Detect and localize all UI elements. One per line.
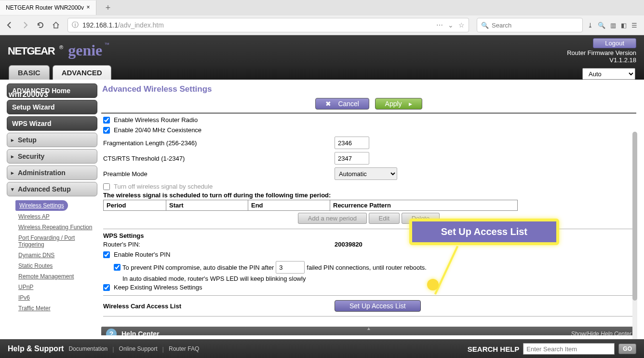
- callout-highlight: Set Up Access List: [409, 219, 559, 245]
- sidebar-item-setup-wizard[interactable]: Setup Wizard: [7, 100, 97, 114]
- enable-coex-checkbox[interactable]: [103, 127, 110, 134]
- close-icon: ✖: [325, 100, 331, 108]
- router-pin-label: Router's PIN:: [103, 241, 335, 248]
- cts-label: CTS/RTS Threshold (1-2347): [103, 155, 335, 162]
- cts-input[interactable]: [335, 152, 369, 165]
- genie-logo: genie: [68, 41, 102, 59]
- turn-off-sched-label: Turn off wireless signal by schedule: [114, 183, 213, 190]
- scrollbar-thumb[interactable]: [632, 132, 637, 301]
- sub-ddns[interactable]: Dynamic DNS: [15, 250, 97, 260]
- tab-advanced[interactable]: ADVANCED: [53, 65, 111, 80]
- sidebar-group-advanced-setup[interactable]: Advanced Setup: [7, 182, 97, 196]
- browser-tab[interactable]: NETGEAR Router WNR2000v ×: [0, 0, 96, 15]
- url-text: 192.168.1.1/adv_index.htm: [82, 21, 436, 29]
- turn-off-sched-checkbox[interactable]: [103, 183, 110, 190]
- sidebar-group-administration[interactable]: Administration: [7, 165, 97, 180]
- reload-button[interactable]: [34, 18, 47, 32]
- callout-label: Set Up Access List: [441, 226, 527, 237]
- enable-radio-label: Enable Wireless Router Radio: [114, 116, 198, 124]
- preamble-select[interactable]: Automatic: [335, 167, 397, 180]
- footer-online[interactable]: Online Support: [119, 345, 158, 352]
- enable-coex-label: Enable 20/40 MHz Coexistence: [114, 126, 201, 134]
- sub-wireless-ap[interactable]: Wireless AP: [15, 212, 97, 221]
- search-toolbar-icon[interactable]: 🔍: [598, 22, 605, 29]
- search-help-input[interactable]: [523, 343, 615, 355]
- scrollbar[interactable]: [632, 132, 637, 349]
- sub-port-forwarding[interactable]: Port Forwarding / Port Triggering: [15, 233, 97, 249]
- help-icon[interactable]: ?: [106, 329, 117, 335]
- firmware-version: V1.1.2.18: [567, 56, 636, 64]
- th-start: Start: [166, 200, 248, 211]
- frag-input[interactable]: [335, 137, 369, 149]
- play-icon: ▸: [409, 100, 412, 108]
- prevent-post: failed PIN connections, until router reb…: [307, 264, 427, 271]
- prevent-pin-checkbox[interactable]: [114, 264, 121, 271]
- sub-traffic-meter[interactable]: Traffic Meter: [15, 303, 97, 313]
- language-select[interactable]: Auto: [582, 68, 635, 80]
- show-hide-help-link[interactable]: Show/Hide Help Center: [571, 330, 631, 335]
- sub-remote-management[interactable]: Remote Management: [15, 272, 97, 281]
- tab-basic[interactable]: BASIC: [9, 65, 50, 80]
- setup-access-list-button[interactable]: Set Up Access List: [335, 300, 421, 312]
- sub-wireless-settings[interactable]: Wireless Settings: [15, 200, 68, 211]
- schedule-table: Period Start End Recurrence Pattern: [103, 200, 518, 211]
- th-end: End: [248, 200, 330, 211]
- callout-dot: [427, 279, 439, 290]
- model-label: wnr2000v3: [9, 90, 48, 99]
- wcal-label: Wireless Card Access List: [103, 303, 335, 310]
- enable-radio-checkbox[interactable]: [103, 117, 110, 124]
- enable-pin-checkbox[interactable]: [103, 251, 110, 258]
- sidebar-group-security[interactable]: Security: [7, 149, 97, 164]
- close-icon[interactable]: ×: [84, 4, 92, 12]
- sub-wrf[interactable]: Wireless Repeating Function: [15, 222, 97, 232]
- new-tab-button[interactable]: +: [101, 1, 115, 14]
- page-title: Advanced Wireless Settings: [101, 83, 636, 97]
- url-bar[interactable]: ⓘ 192.168.1.1/adv_index.htm ⋯ ⌄ ☆: [67, 18, 469, 32]
- forward-button[interactable]: [18, 18, 32, 32]
- search-icon: 🔍: [481, 22, 489, 29]
- pocket-icon[interactable]: ⌄: [448, 21, 454, 29]
- keep-existing-checkbox[interactable]: [103, 284, 110, 291]
- keep-existing-label: Keep Existing Wireless Settings: [114, 284, 202, 291]
- back-button[interactable]: [3, 18, 16, 32]
- footer-title: Help & Support: [8, 344, 64, 353]
- sidebar-icon[interactable]: ◧: [621, 22, 627, 29]
- search-input[interactable]: [492, 22, 578, 29]
- enable-pin-label: Enable Router's PIN: [114, 251, 170, 258]
- logout-button[interactable]: Logout: [593, 38, 636, 48]
- help-center-label: Help Center: [121, 330, 160, 335]
- th-period: Period: [104, 200, 166, 211]
- download-icon[interactable]: ⤓: [588, 22, 593, 29]
- frag-label: Fragmentation Length (256-2346): [103, 139, 335, 147]
- info-icon[interactable]: ⓘ: [72, 21, 79, 29]
- more-icon[interactable]: ⋯: [436, 21, 443, 29]
- prevent-pre: To prevent PIN compromise, auto disable …: [122, 264, 274, 271]
- sidebar-group-setup[interactable]: Setup: [7, 133, 97, 147]
- go-button[interactable]: GO: [618, 344, 636, 354]
- home-button[interactable]: [49, 18, 63, 32]
- search-help-label: SEARCH HELP: [468, 345, 520, 353]
- chevron-up-icon[interactable]: ▲: [366, 326, 371, 331]
- sub-static-routes[interactable]: Static Routes: [15, 261, 97, 271]
- library-icon[interactable]: ▥: [610, 22, 616, 29]
- star-icon[interactable]: ☆: [458, 21, 465, 29]
- cancel-button[interactable]: ✖Cancel: [315, 98, 369, 110]
- add-period-button[interactable]: Add a new period: [298, 213, 367, 224]
- menu-icon[interactable]: ☰: [631, 22, 637, 29]
- footer-faq[interactable]: Router FAQ: [169, 345, 199, 352]
- auto-disabled-note: In auto disabled mode, router's WPS LED …: [103, 275, 634, 282]
- sidebar-item-wps-wizard[interactable]: WPS Wizard: [7, 116, 97, 131]
- firmware-label: Router Firmware Version: [567, 49, 636, 56]
- router-pin-value: 20039820: [335, 241, 362, 248]
- preamble-label: Preamble Mode: [103, 170, 335, 178]
- sub-ipv6[interactable]: IPv6: [15, 293, 97, 303]
- sub-upnp[interactable]: UPnP: [15, 282, 97, 292]
- browser-search[interactable]: 🔍: [477, 18, 583, 32]
- netgear-logo: NETGEAR: [8, 45, 54, 57]
- sched-desc: The wireless signal is scheduled to turn…: [103, 192, 634, 199]
- th-recurrence: Recurrence Pattern: [330, 200, 518, 211]
- edit-button[interactable]: Edit: [369, 213, 400, 224]
- footer-doc[interactable]: Documentation: [68, 345, 107, 352]
- apply-button[interactable]: Apply▸: [375, 98, 422, 110]
- prevent-value-input[interactable]: [276, 261, 305, 274]
